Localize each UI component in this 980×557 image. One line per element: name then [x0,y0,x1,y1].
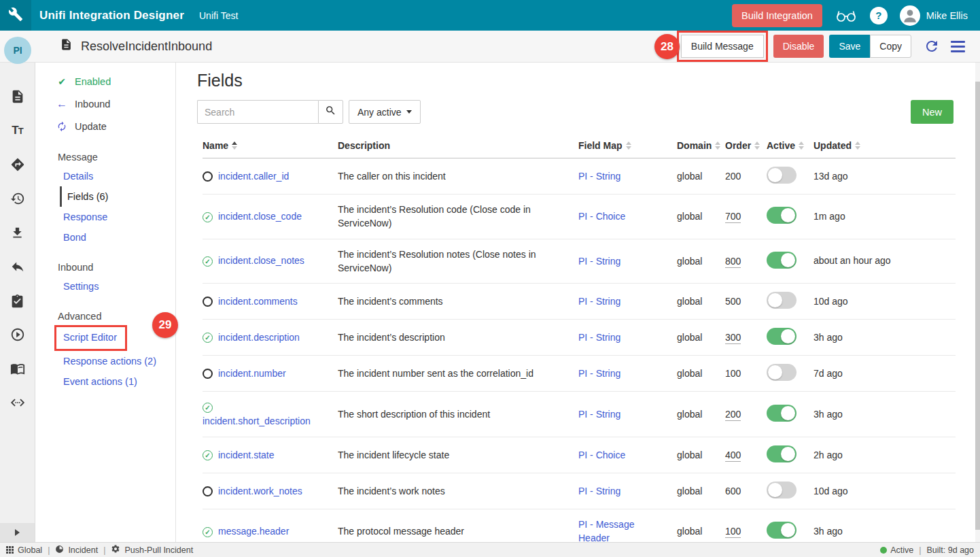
sidebar-item-script-editor[interactable]: Script Editor [63,329,117,345]
search-input[interactable] [197,100,318,124]
field-description: The incident’s work notes [338,484,578,498]
field-map-link[interactable]: PI - String [578,296,620,307]
active-toggle[interactable] [767,252,797,269]
reply-icon[interactable] [10,258,25,275]
column-header-domain[interactable]: Domain [677,140,725,151]
user-name: Mike Ellis [926,10,968,21]
sidebar-item-bond[interactable]: Bond [63,227,175,248]
field-map-link[interactable]: PI - String [578,171,620,182]
field-name-link[interactable]: message.header [218,526,289,537]
table-row: incident.number The incident number sent… [203,356,956,392]
field-name-link[interactable]: incident.comments [218,296,298,307]
field-updated: 3h ago [813,407,895,422]
field-name-link[interactable]: incident.close_notes [218,255,304,266]
refresh-icon[interactable] [924,38,940,54]
field-order: 600 [725,486,741,496]
column-header-order[interactable]: Order [725,140,767,151]
active-toggle[interactable] [767,522,797,539]
field-order: 100 [725,368,741,379]
field-order[interactable]: 100 [725,526,741,538]
field-order[interactable]: 700 [725,211,741,223]
integration-avatar[interactable]: PI [4,37,31,64]
active-toggle[interactable] [767,292,797,309]
status-built-label: Built: 9d ago [927,545,975,555]
field-map-link[interactable]: PI - Choice [578,450,625,460]
sidebar-item-response-actions-2[interactable]: Response actions (2) [63,351,175,371]
rail-expand-button[interactable] [0,523,35,542]
book-icon[interactable] [10,360,25,377]
sidebar-item-response[interactable]: Response [63,207,175,227]
field-order[interactable]: 800 [725,256,741,268]
code-icon[interactable] [10,394,26,411]
new-button[interactable]: New [911,100,953,124]
tasks-icon[interactable] [10,292,24,309]
chevron-down-icon [406,110,412,114]
active-toggle[interactable] [767,405,797,422]
column-header-field-map[interactable]: Field Map [578,140,677,151]
field-name-link[interactable]: incident.number [218,368,286,379]
glasses-icon[interactable] [835,8,858,23]
field-map-link[interactable]: PI - String [578,486,620,496]
search-icon [325,105,336,119]
nav-state-inbound[interactable]: ←Inbound [35,92,175,116]
status-process[interactable]: Push-Pull Incident [111,544,193,556]
active-toggle[interactable] [767,364,797,381]
history-icon[interactable] [10,190,25,207]
scrollbar-thumb[interactable] [975,82,980,530]
build-message-button[interactable]: Build Message [681,35,764,58]
field-map-link[interactable]: PI - String [578,332,620,343]
field-order[interactable]: 300 [725,332,741,344]
field-name-link[interactable]: incident.close_code [218,211,302,222]
sidebar-item-settings[interactable]: Settings [63,276,175,297]
field-map-link[interactable]: PI - Message Header [578,519,634,542]
gear-icon [111,544,120,556]
field-order[interactable]: 200 [725,409,741,421]
search-button[interactable] [318,100,343,124]
field-description: The protocol message header [338,524,578,538]
menu-icon[interactable] [951,41,965,52]
active-filter-dropdown[interactable]: Any active [349,100,421,124]
column-header-active[interactable]: Active [767,140,813,151]
active-toggle[interactable] [767,445,797,462]
field-name-link[interactable]: incident.description [218,332,300,343]
disable-button[interactable]: Disable [773,35,824,58]
copy-button[interactable]: Copy [870,35,911,58]
sidebar-item-details[interactable]: Details [63,166,175,186]
build-integration-button[interactable]: Build Integration [732,4,822,27]
document-icon[interactable] [10,88,25,105]
active-toggle[interactable] [767,482,797,499]
active-toggle[interactable] [767,207,797,224]
field-updated: 7d ago [813,367,895,381]
help-icon[interactable]: ? [870,7,888,24]
field-map-link[interactable]: PI - String [578,368,620,379]
vertical-scrollbar[interactable] [975,63,980,542]
field-map-link[interactable]: PI - String [578,409,620,420]
directions-icon[interactable] [10,156,25,173]
active-toggle[interactable] [767,328,797,345]
column-header-name[interactable]: Name [203,140,338,151]
sort-icon [799,141,804,150]
field-updated: 3h ago [813,331,895,345]
user-menu[interactable]: Mike Ellis [900,5,968,26]
field-name-link[interactable]: incident.state [218,450,275,460]
field-name-link[interactable]: incident.short_description [203,416,311,426]
active-toggle[interactable] [767,167,797,184]
field-map-link[interactable]: PI - Choice [578,211,625,222]
sidebar-item-event-actions-1[interactable]: Event actions (1) [63,371,175,392]
sidebar-item-fields-6[interactable]: Fields (6) [60,186,175,207]
field-order[interactable]: 400 [725,450,741,462]
field-status-icon: ✓ [203,212,213,222]
column-header-description: Description [338,140,578,151]
save-button[interactable]: Save [829,35,870,58]
nav-state-enabled[interactable]: ✔Enabled [35,71,175,92]
field-map-link[interactable]: PI - String [578,256,620,267]
column-header-updated[interactable]: Updated [813,140,895,151]
play-icon[interactable] [10,326,25,343]
field-name-link[interactable]: incident.work_notes [218,486,302,496]
text-icon[interactable]: TT [12,122,22,139]
download-icon[interactable] [10,224,24,241]
status-table[interactable]: Incident [55,545,98,556]
nav-state-update[interactable]: Update [35,116,175,137]
status-context[interactable]: Global [6,545,42,555]
field-name-link[interactable]: incident.caller_id [218,171,289,182]
